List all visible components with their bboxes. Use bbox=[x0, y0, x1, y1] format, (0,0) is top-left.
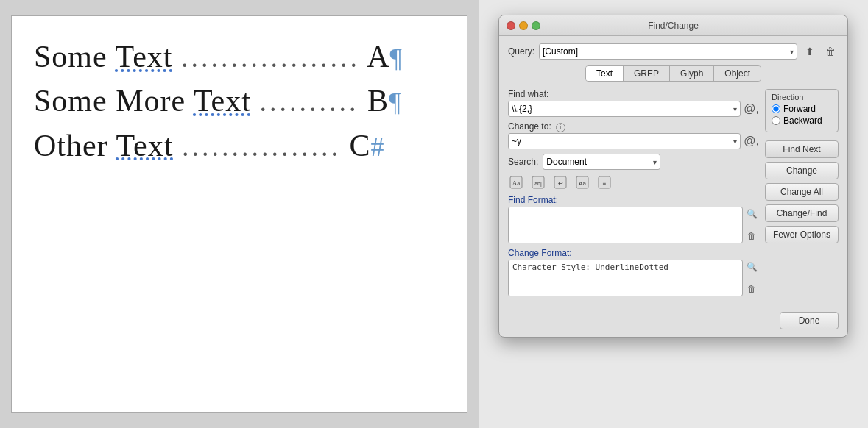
find-change-dialog: Find/Change Query: [Custom] ⬆ 🗑 Text GRE… bbox=[498, 15, 848, 338]
direction-forward-text: Forward bbox=[783, 104, 816, 114]
svg-text:Aa: Aa bbox=[512, 179, 521, 187]
change-button[interactable]: Change bbox=[765, 162, 839, 179]
tool-icon-row: Aa ab| ↩ bbox=[508, 174, 759, 190]
find-format-delete-icon[interactable]: 🗑 bbox=[744, 229, 759, 243]
done-button[interactable]: Done bbox=[780, 312, 839, 329]
search-row: Search: Document Story Selection All Doc… bbox=[508, 154, 759, 170]
svg-text:↩: ↩ bbox=[558, 180, 563, 187]
direction-backward-radio[interactable] bbox=[772, 116, 780, 125]
whole-word-icon[interactable]: ab| bbox=[530, 174, 546, 190]
change-format-delete-icon[interactable]: 🗑 bbox=[744, 282, 759, 296]
query-select[interactable]: [Custom] bbox=[539, 43, 797, 60]
change-format-textarea[interactable]: Character Style: UnderlineDotted bbox=[508, 260, 743, 296]
change-find-button[interactable]: Change/Find bbox=[765, 204, 839, 222]
delete-query-button[interactable]: 🗑 bbox=[822, 43, 839, 60]
save-query-button[interactable]: ⬆ bbox=[802, 43, 818, 60]
dialog-body: Query: [Custom] ⬆ 🗑 Text GREP Glyph Obje… bbox=[499, 36, 847, 337]
find-format-label: Find Format: bbox=[508, 195, 759, 205]
svg-text:ab|: ab| bbox=[534, 181, 542, 187]
query-select-wrap[interactable]: [Custom] bbox=[539, 43, 797, 60]
direction-legend: Direction bbox=[772, 93, 832, 101]
main-content: Find what: \\.{2,} @, bbox=[508, 89, 839, 301]
case-sensitive-icon[interactable]: Aa bbox=[508, 174, 524, 190]
change-to-row: Change to: i ~y @, bbox=[508, 121, 759, 149]
change-format-row: Character Style: UnderlineDotted 🔍 🗑 bbox=[508, 260, 759, 296]
include-locked-icon[interactable]: Aa bbox=[574, 174, 590, 190]
close-button[interactable] bbox=[507, 21, 515, 30]
find-format-section: Find Format: 🔍 🗑 bbox=[508, 195, 759, 243]
search-label: Search: bbox=[508, 157, 538, 167]
change-to-at-icon[interactable]: @, bbox=[744, 135, 759, 147]
dialog-title: Find/Change bbox=[648, 21, 699, 31]
find-what-input-wrap[interactable]: \\.{2,} bbox=[508, 101, 741, 117]
change-format-search-icon[interactable]: 🔍 bbox=[744, 260, 759, 274]
include-hidden-icon[interactable]: ≡ bbox=[596, 174, 613, 190]
document-page: Some Text .................. A¶ Some Mor… bbox=[11, 15, 467, 413]
doc-line-3: Other Text ................ C# bbox=[34, 127, 445, 164]
change-format-label: Change Format: bbox=[508, 248, 759, 258]
minimize-button[interactable] bbox=[519, 21, 528, 30]
find-format-side-btns: 🔍 🗑 bbox=[744, 207, 759, 243]
find-format-textarea[interactable] bbox=[508, 207, 743, 243]
fewer-options-button[interactable]: Fewer Options bbox=[765, 226, 839, 243]
dialog-titlebar: Find/Change bbox=[499, 15, 847, 36]
zoom-button[interactable] bbox=[532, 21, 540, 30]
right-buttons: Direction Forward Backward Find Next Cha… bbox=[765, 89, 839, 301]
find-next-button[interactable]: Find Next bbox=[765, 140, 839, 158]
find-what-input-row: \\.{2,} @, bbox=[508, 101, 759, 117]
search-select[interactable]: Document Story Selection All Documents bbox=[543, 154, 660, 170]
tab-text[interactable]: Text bbox=[586, 66, 624, 81]
change-to-input-wrap[interactable]: ~y bbox=[508, 133, 741, 149]
tab-glyph[interactable]: Glyph bbox=[670, 66, 714, 81]
tab-object[interactable]: Object bbox=[714, 66, 761, 81]
direction-forward-radio[interactable] bbox=[772, 104, 780, 113]
search-select-wrap[interactable]: Document Story Selection All Documents bbox=[543, 154, 660, 170]
change-to-input-row: ~y @, bbox=[508, 133, 759, 149]
svg-text:Aa: Aa bbox=[579, 180, 586, 187]
tab-grep[interactable]: GREP bbox=[624, 66, 670, 81]
doc-line-1: Some Text .................. A¶ bbox=[34, 38, 445, 75]
change-format-section: Change Format: Character Style: Underlin… bbox=[508, 248, 759, 296]
done-row: Done bbox=[508, 307, 839, 329]
find-what-label: Find what: bbox=[508, 89, 759, 99]
change-to-info-icon[interactable]: i bbox=[556, 123, 565, 132]
direction-backward-label[interactable]: Backward bbox=[772, 115, 832, 126]
left-form: Find what: \\.{2,} @, bbox=[508, 89, 759, 301]
change-all-button[interactable]: Change All bbox=[765, 183, 839, 201]
doc-line-2: Some More Text .......... B¶ bbox=[34, 82, 445, 119]
find-what-at-icon[interactable]: @, bbox=[744, 103, 759, 115]
direction-group: Direction Forward Backward bbox=[765, 89, 839, 132]
find-what-row: Find what: \\.{2,} @, bbox=[508, 89, 759, 117]
find-format-row: 🔍 🗑 bbox=[508, 207, 759, 243]
tab-bar: Text GREP Glyph Object bbox=[585, 65, 761, 82]
change-format-side-btns: 🔍 🗑 bbox=[744, 260, 759, 296]
change-to-select[interactable]: ~y bbox=[508, 133, 741, 149]
query-row: Query: [Custom] ⬆ 🗑 bbox=[508, 43, 839, 60]
direction-backward-text: Backward bbox=[783, 115, 822, 126]
svg-text:≡: ≡ bbox=[603, 180, 607, 187]
find-format-search-icon[interactable]: 🔍 bbox=[744, 207, 759, 221]
find-what-select[interactable]: \\.{2,} bbox=[508, 101, 741, 117]
wrap-around-icon[interactable]: ↩ bbox=[552, 174, 568, 190]
traffic-lights bbox=[507, 21, 540, 30]
change-to-label: Change to: bbox=[508, 121, 551, 132]
dialog-wrapper: Find/Change Query: [Custom] ⬆ 🗑 Text GRE… bbox=[479, 0, 868, 428]
direction-forward-label[interactable]: Forward bbox=[772, 104, 832, 114]
query-label: Query: bbox=[508, 46, 534, 57]
document-area: Some Text .................. A¶ Some Mor… bbox=[0, 0, 479, 428]
